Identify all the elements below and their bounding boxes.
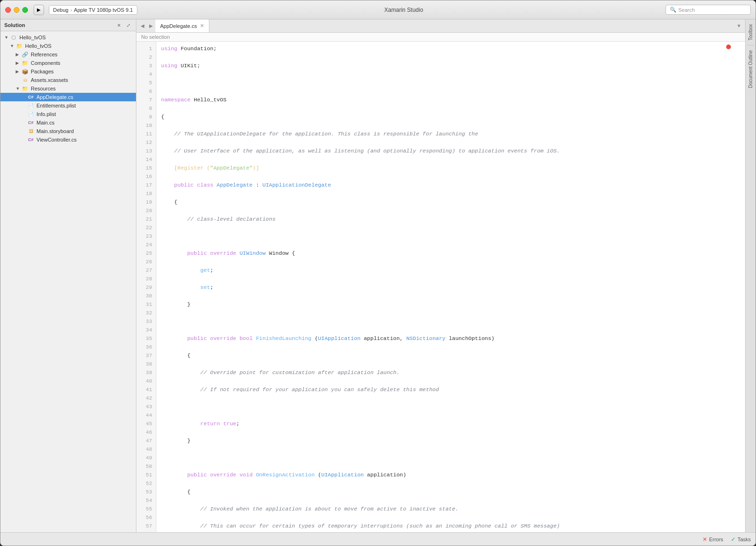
sidebar-item-infoplist[interactable]: ▶ 📄 Info.plist [0,110,136,118]
sidebar-item-appdelegate[interactable]: ▶ C# AppDelegate.cs [0,93,136,101]
line-num-34: 34 [136,326,156,334]
code-content[interactable]: using Foundation; using UIKit; namespace… [156,42,745,532]
assets-icon: 🗂 [21,77,29,83]
code-line-8: [Register ("AppDelegate")] [161,164,740,172]
line-num-18: 18 [136,189,156,198]
line-num-50: 50 [136,462,156,471]
line-num-29: 29 [136,283,156,292]
line-num-38: 38 [136,360,156,368]
breadcrumb[interactable]: Debug › Apple TV 1080p tvOS 9.1 [49,5,137,15]
tasks-status[interactable]: ✓ Tasks [731,536,751,543]
minimize-button[interactable] [14,7,19,13]
sidebar-item-assets[interactable]: ▶ 🗂 Assets.xcassets [0,76,136,84]
sidebar-item-packages[interactable]: ▶ 📦 Packages [0,67,136,76]
line-num-57: 57 [136,522,156,530]
line-num-55: 55 [136,505,156,513]
sidebar-item-mainstoryboard[interactable]: ▶ 🖼 Main.storyboard [0,127,136,135]
sidebar-close-btn[interactable]: ✕ [115,21,123,29]
line-num-49: 49 [136,454,156,462]
editor-area: ◀ ▶ AppDelegate.cs ✕ ▼ No selection 1 2 [136,19,745,532]
tree-arrow-components: ▶ [16,61,21,65]
sidebar-label-assets: Assets.xcassets [31,77,68,83]
code-line-7: // User Interface of the application, as… [161,147,740,155]
line-num-43: 43 [136,403,156,411]
line-num-48: 48 [136,445,156,454]
sidebar-item-project[interactable]: ▼ 📁 Hello_tvOS [0,42,136,50]
line-num-30: 30 [136,292,156,300]
close-button[interactable] [5,7,11,13]
code-line-9: public class AppDelegate : UIApplication… [161,181,740,189]
tasks-label: Tasks [738,537,751,542]
line-num-52: 52 [136,479,156,488]
resources-icon: 📁 [21,85,29,92]
sidebar-item-viewcontroller[interactable]: ▶ C# ViewController.cs [0,135,136,144]
code-line-14: get; [161,266,740,275]
tab-appdelegate[interactable]: AppDelegate.cs ✕ [155,19,209,32]
code-line-23: return true; [161,420,740,428]
errors-status[interactable]: ✕ Errors [702,536,723,543]
line-num-35: 35 [136,334,156,343]
right-sidebar: Toolbox Document Outline [745,19,756,532]
line-num-23: 23 [136,232,156,241]
document-outline-label[interactable]: Document Outline [746,47,755,91]
line-num-4: 4 [136,70,156,79]
tab-label: AppDelegate.cs [160,23,197,29]
line-num-54: 54 [136,496,156,505]
sidebar-label-references: References [31,52,57,57]
sidebar-label-solution: Hello_tvOS [19,35,46,40]
sidebar-label-appdelegate: AppDelegate.cs [36,94,73,100]
sidebar-label-mainstoryboard: Main.storyboard [36,128,74,134]
sidebar-header: Solution ✕ ⤢ [0,19,136,31]
search-placeholder: Search [678,7,695,13]
sidebar-item-solution-root[interactable]: ▼ ⬡ Hello_tvOS [0,33,136,42]
code-line-6: // The UIApplicationDelegate for the app… [161,130,740,138]
sidebar-item-entitlements[interactable]: ▶ 📄 Entitlements.plist [0,101,136,110]
line-numbers: 1 2 3 4 5 6 7 8 9 10 11 12 13 14 15 16 1 [136,42,156,532]
line-num-45: 45 [136,420,156,428]
line-num-14: 14 [136,155,156,164]
code-line-5: { [161,113,740,121]
line-num-36: 36 [136,343,156,351]
line-num-10: 10 [136,121,156,130]
play-button[interactable]: ▶ [34,5,44,15]
line-num-7: 7 [136,96,156,104]
project-icon: 📁 [16,43,23,49]
line-num-15: 15 [136,164,156,172]
sidebar-label-maincs: Main.cs [36,120,54,125]
line-num-1: 1 [136,45,156,53]
sidebar-item-maincs[interactable]: ▶ C# Main.cs [0,118,136,127]
entitlements-icon: 📄 [27,102,35,109]
line-num-53: 53 [136,488,156,496]
tree-arrow-solution: ▼ [4,35,10,40]
maximize-button[interactable] [22,7,28,13]
components-icon: 📁 [21,60,29,66]
toolbox-label[interactable]: Toolbox [746,21,755,43]
tab-next-btn[interactable]: ▶ [147,22,155,30]
code-line-27: { [161,488,740,496]
code-line-16: } [161,300,740,309]
breadcrumb-device: Apple TV 1080p tvOS 9.1 [74,7,133,13]
line-num-41: 41 [136,385,156,394]
sidebar-expand-btn[interactable]: ⤢ [125,21,132,29]
sidebar-label-viewcontroller: ViewController.cs [36,137,77,143]
code-editor[interactable]: 1 2 3 4 5 6 7 8 9 10 11 12 13 14 15 16 1 [136,42,745,532]
sidebar-item-resources[interactable]: ▼ 📁 Resources [0,84,136,93]
line-num-58: 58 [136,530,156,532]
line-num-42: 42 [136,394,156,403]
sidebar-item-references[interactable]: ▶ 🔗 References [0,50,136,59]
tab-menu-btn[interactable]: ▼ [735,22,743,30]
search-bar[interactable]: 🔍 Search [666,5,751,15]
code-line-28: // Invoked when the application is about… [161,505,740,513]
sidebar-label-infoplist: Info.plist [36,111,56,117]
selection-status: No selection [141,34,170,40]
sidebar-item-components[interactable]: ▶ 📁 Components [0,59,136,67]
line-num-22: 22 [136,224,156,232]
code-line-11: // class-level declarations [161,215,740,224]
code-line-26: public override void OnResignActivation … [161,471,740,479]
code-line-1: using Foundation; [161,45,740,53]
line-num-25: 25 [136,249,156,258]
code-line-21: // If not required for your application … [161,385,740,394]
tab-prev-btn[interactable]: ◀ [138,22,147,30]
sidebar-label-components: Components [31,60,60,66]
tab-close-btn[interactable]: ✕ [200,23,204,29]
